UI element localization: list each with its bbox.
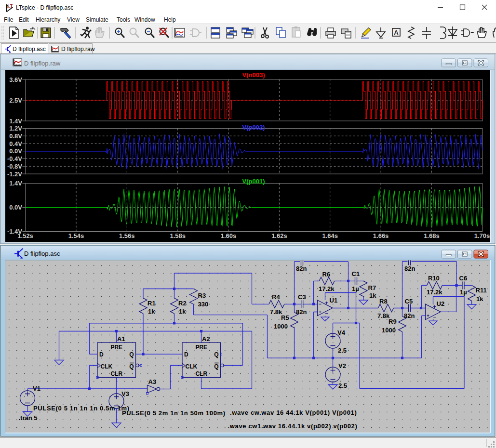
svg-text:V(n003): V(n003)	[242, 71, 265, 79]
svg-text:1k: 1k	[179, 308, 186, 315]
svg-text:V2: V2	[338, 362, 346, 369]
svg-text:R7: R7	[368, 284, 376, 291]
svg-text:82n: 82n	[296, 265, 307, 272]
svg-text:C6: C6	[459, 275, 468, 282]
svg-text:R8: R8	[379, 298, 388, 305]
svg-text:1.4V: 1.4V	[9, 180, 22, 187]
svg-text:0.4V: 0.4V	[9, 140, 22, 147]
svg-text:0.8V: 0.8V	[9, 132, 22, 140]
svg-text:R9: R9	[389, 318, 397, 325]
svg-text:1.62s: 1.62s	[271, 232, 287, 239]
svg-text:330: 330	[198, 301, 209, 308]
svg-text:1.60s: 1.60s	[221, 232, 237, 239]
svg-text:U1: U1	[330, 297, 338, 304]
svg-text:1k: 1k	[148, 308, 155, 315]
svg-text:D flipflop.raw: D flipflop.raw	[24, 60, 61, 67]
svg-text:C5: C5	[405, 298, 413, 305]
svg-text:R4: R4	[272, 293, 280, 301]
svg-text:D: D	[184, 351, 188, 358]
svg-text:R1: R1	[147, 300, 156, 307]
svg-text:0.0V: 0.0V	[9, 204, 22, 211]
svg-text:1.70s: 1.70s	[474, 232, 490, 239]
svg-text:1.66s: 1.66s	[373, 232, 389, 239]
svg-text:2.5: 2.5	[338, 347, 347, 354]
svg-text:LT: LT	[7, 2, 14, 9]
svg-text:CLK: CLK	[101, 363, 113, 370]
svg-text:.wave cw.wav 16 44.1k V(p001): .wave cw.wav 16 44.1k V(p001) V(p001)	[230, 409, 357, 416]
svg-text:1.56s: 1.56s	[119, 232, 135, 239]
svg-text:R6: R6	[322, 271, 331, 278]
svg-text:1k: 1k	[476, 295, 483, 303]
svg-text:R2: R2	[178, 300, 187, 307]
svg-text:U2: U2	[437, 300, 445, 307]
svg-text:R5: R5	[281, 314, 289, 321]
svg-text:C1: C1	[352, 270, 360, 277]
svg-text:PRE: PRE	[195, 344, 207, 351]
svg-text:3.6V: 3.6V	[9, 76, 22, 83]
svg-text:CLK: CLK	[186, 363, 198, 370]
svg-text:V4: V4	[337, 329, 346, 336]
svg-text:Q: Q	[129, 351, 134, 358]
svg-text:1.52s: 1.52s	[17, 232, 33, 239]
svg-text:Q: Q	[214, 363, 218, 370]
svg-text:V1: V1	[33, 385, 40, 392]
svg-text:1.54s: 1.54s	[68, 232, 84, 239]
svg-text:1.2V: 1.2V	[9, 125, 22, 132]
svg-text:Q: Q	[129, 363, 134, 370]
svg-text:CLR: CLR	[195, 370, 207, 377]
svg-text:1µ: 1µ	[460, 289, 467, 296]
svg-text:R10: R10	[428, 275, 440, 282]
svg-text:C3: C3	[298, 293, 306, 301]
svg-text:2.5V: 2.5V	[9, 97, 22, 104]
svg-text:1µ: 1µ	[352, 285, 359, 292]
svg-text:17.2k: 17.2k	[427, 289, 442, 296]
svg-text:.wave cw1.wav 16 44.1k v(p002): .wave cw1.wav 16 44.1k v(p002) v(p002)	[228, 422, 358, 430]
svg-text:82n: 82n	[404, 312, 415, 319]
svg-text:-1.2V: -1.2V	[7, 171, 22, 178]
svg-text:82n: 82n	[296, 308, 307, 316]
svg-text:2.5: 2.5	[338, 382, 347, 389]
svg-text:82n: 82n	[404, 265, 415, 272]
svg-text:PRE: PRE	[110, 344, 122, 351]
svg-text:1.68s: 1.68s	[424, 232, 440, 239]
svg-text:.tran 5: .tran 5	[19, 414, 38, 422]
svg-text:A3: A3	[148, 378, 157, 385]
svg-text:PULSE(0 5 1n 1n 1n 0.5m 1m): PULSE(0 5 1n 1n 1n 0.5m 1m)	[33, 405, 130, 412]
svg-text:V(p001): V(p001)	[242, 178, 265, 185]
svg-text:PULSE(0 5 2m 1n 1n 50m 100m): PULSE(0 5 2m 1n 1n 50m 100m)	[122, 409, 226, 417]
svg-text:1000: 1000	[274, 323, 288, 330]
svg-text:A: A	[394, 29, 399, 36]
svg-text:V(p002): V(p002)	[242, 124, 265, 131]
svg-text:A1: A1	[117, 335, 125, 343]
svg-text:CLR: CLR	[110, 370, 122, 377]
svg-text:17.2k: 17.2k	[319, 285, 335, 292]
svg-text:1k: 1k	[369, 292, 376, 299]
svg-text:Q: Q	[214, 351, 218, 358]
svg-text:A2: A2	[202, 335, 210, 343]
svg-text:D: D	[99, 351, 104, 358]
svg-text:1000: 1000	[382, 327, 396, 334]
svg-text:0.0V: 0.0V	[9, 147, 22, 155]
svg-text:-0.4V: -0.4V	[7, 155, 22, 162]
svg-text:D flipflop.asc: D flipflop.asc	[24, 250, 60, 257]
svg-text:R11: R11	[476, 287, 487, 294]
svg-text:1.4V: 1.4V	[9, 118, 22, 125]
svg-text:1.58s: 1.58s	[170, 232, 186, 239]
svg-text:1.64s: 1.64s	[322, 232, 338, 239]
svg-text:R3: R3	[198, 292, 206, 299]
svg-text:-0.8V: -0.8V	[7, 163, 22, 170]
svg-text:V3: V3	[121, 390, 129, 397]
